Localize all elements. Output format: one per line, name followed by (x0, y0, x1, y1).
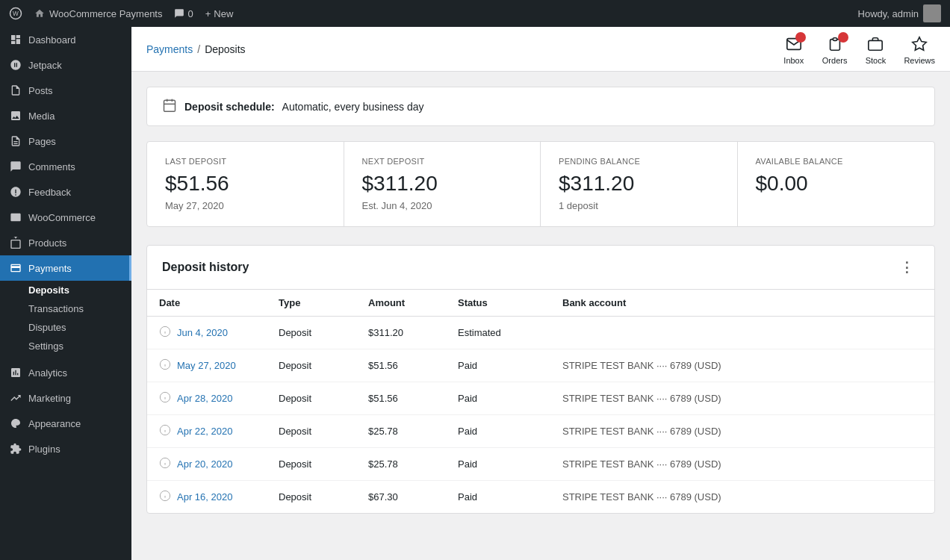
breadcrumb-current: Deposits (205, 43, 245, 55)
th-status: Status (446, 290, 550, 317)
td-type-2: Deposit (267, 382, 356, 415)
user-menu[interactable]: Howdy, admin (858, 4, 941, 22)
avatar (923, 4, 941, 22)
th-bank: Bank account (550, 290, 934, 317)
feedback-icon (9, 185, 22, 199)
stat-next-deposit-value: $311.20 (362, 172, 523, 196)
sidebar-item-woocommerce[interactable]: WooCommerce (0, 205, 131, 230)
inbox-badge (795, 32, 806, 43)
inbox-icon (783, 34, 804, 55)
td-status-2: Paid (446, 382, 550, 415)
info-icon-0 (159, 326, 171, 340)
new-button[interactable]: + New (205, 8, 234, 19)
stat-last-deposit-value: $51.56 (165, 172, 326, 196)
sidebar-item-jetpack[interactable]: Jetpack (0, 52, 131, 78)
table-row: Apr 16, 2020 Deposit $67.30 Paid STRIPE … (147, 481, 934, 514)
header-actions: Inbox Orders Stock (783, 34, 935, 65)
th-date: Date (147, 290, 267, 317)
date-link-3[interactable]: Apr 22, 2020 (177, 426, 232, 437)
info-icon-2 (159, 391, 171, 405)
payments-icon (9, 261, 22, 275)
td-type-0: Deposit (267, 317, 356, 349)
sidebar-item-media[interactable]: Media (0, 103, 131, 128)
stat-last-deposit: LAST DEPOSIT $51.56 May 27, 2020 (147, 142, 344, 226)
td-amount-3: $25.78 (356, 415, 446, 448)
td-amount-4: $25.78 (356, 448, 446, 481)
table-row: Apr 20, 2020 Deposit $25.78 Paid STRIPE … (147, 448, 934, 481)
sidebar-item-posts[interactable]: Posts (0, 78, 131, 103)
sidebar-subitem-disputes[interactable]: Disputes (0, 318, 131, 337)
deposit-history-title: Deposit history (162, 261, 249, 274)
sidebar-item-products[interactable]: Products (0, 230, 131, 255)
td-type-5: Deposit (267, 481, 356, 514)
stock-icon (865, 34, 886, 55)
pages-icon (9, 134, 22, 148)
analytics-icon (9, 366, 22, 379)
calendar-icon (162, 98, 177, 115)
main-content: Payments / Deposits Inbox O (131, 27, 950, 560)
svg-rect-5 (164, 100, 176, 111)
td-type-1: Deposit (267, 349, 356, 382)
inbox-action[interactable]: Inbox (783, 34, 804, 65)
sidebar-item-marketing[interactable]: Marketing (0, 385, 131, 411)
comments-link[interactable]: 0 (174, 8, 193, 19)
top-bar: W WooCommerce Payments 0 + New Howdy, ad… (0, 0, 950, 27)
stat-available-balance-label: AVAILABLE BALANCE (756, 157, 917, 166)
svg-marker-4 (913, 37, 926, 49)
sidebar-subitem-transactions[interactable]: Transactions (0, 299, 131, 318)
td-status-4: Paid (446, 448, 550, 481)
td-bank-5: STRIPE TEST BANK ···· 6789 (USD) (550, 481, 934, 514)
date-link-4[interactable]: Apr 20, 2020 (177, 458, 232, 470)
dashboard-icon (9, 33, 22, 46)
sidebar-item-pages[interactable]: Pages (0, 128, 131, 154)
info-icon-5 (159, 490, 171, 504)
marketing-icon (9, 391, 22, 405)
sidebar-item-plugins[interactable]: Plugins (0, 436, 131, 461)
td-bank-4: STRIPE TEST BANK ···· 6789 (USD) (550, 448, 934, 481)
stat-pending-balance: PENDING BALANCE $311.20 1 deposit (541, 142, 738, 226)
stat-next-deposit-sub: Est. Jun 4, 2020 (362, 200, 523, 211)
date-link-5[interactable]: Apr 16, 2020 (177, 491, 232, 503)
sidebar-subitem-deposits[interactable]: Deposits (0, 281, 131, 299)
sidebar-item-feedback[interactable]: Feedback (0, 179, 131, 205)
td-amount-1: $51.56 (356, 349, 446, 382)
td-amount-5: $67.30 (356, 481, 446, 514)
td-status-5: Paid (446, 481, 550, 514)
wp-logo[interactable]: W (9, 7, 22, 20)
sidebar-subitem-settings[interactable]: Settings (0, 337, 131, 355)
media-icon (9, 109, 22, 122)
reviews-action[interactable]: Reviews (904, 34, 935, 65)
more-options-button[interactable]: ⋮ (894, 258, 919, 277)
svg-rect-2 (833, 37, 837, 40)
sidebar-item-appearance[interactable]: Appearance (0, 411, 131, 436)
date-link-1[interactable]: May 27, 2020 (177, 360, 236, 371)
jetpack-icon (9, 58, 22, 72)
deposit-history-header: Deposit history ⋮ (147, 246, 934, 290)
td-type-4: Deposit (267, 448, 356, 481)
sidebar: Dashboard Jetpack Posts Media Pages (0, 27, 131, 560)
payments-submenu: Deposits Transactions Disputes Settings (0, 281, 131, 360)
comments-icon (9, 160, 22, 173)
stat-next-deposit: NEXT DEPOSIT $311.20 Est. Jun 4, 2020 (344, 142, 541, 226)
date-link-0[interactable]: Jun 4, 2020 (177, 327, 228, 338)
sidebar-item-payments[interactable]: Payments (0, 255, 131, 281)
stat-pending-balance-sub: 1 deposit (559, 200, 719, 211)
content-header: Payments / Deposits Inbox O (131, 27, 950, 72)
sidebar-item-dashboard[interactable]: Dashboard (0, 27, 131, 52)
stock-action[interactable]: Stock (865, 34, 886, 65)
breadcrumb-payments-link[interactable]: Payments (146, 43, 193, 55)
td-status-1: Paid (446, 349, 550, 382)
sidebar-item-comments[interactable]: Comments (0, 154, 131, 179)
td-date-4: Apr 20, 2020 (147, 448, 267, 481)
td-bank-3: STRIPE TEST BANK ···· 6789 (USD) (550, 415, 934, 448)
sidebar-item-analytics[interactable]: Analytics (0, 360, 131, 385)
stat-last-deposit-label: LAST DEPOSIT (165, 157, 326, 166)
stats-grid: LAST DEPOSIT $51.56 May 27, 2020 NEXT DE… (146, 141, 935, 227)
site-name[interactable]: WooCommerce Payments (34, 8, 162, 19)
orders-action[interactable]: Orders (822, 34, 848, 65)
td-date-0: Jun 4, 2020 (147, 317, 267, 349)
table-row: Apr 22, 2020 Deposit $25.78 Paid STRIPE … (147, 415, 934, 448)
date-link-2[interactable]: Apr 28, 2020 (177, 393, 232, 404)
table-row: Jun 4, 2020 Deposit $311.20 Estimated (147, 317, 934, 349)
breadcrumb-separator: / (197, 43, 200, 55)
